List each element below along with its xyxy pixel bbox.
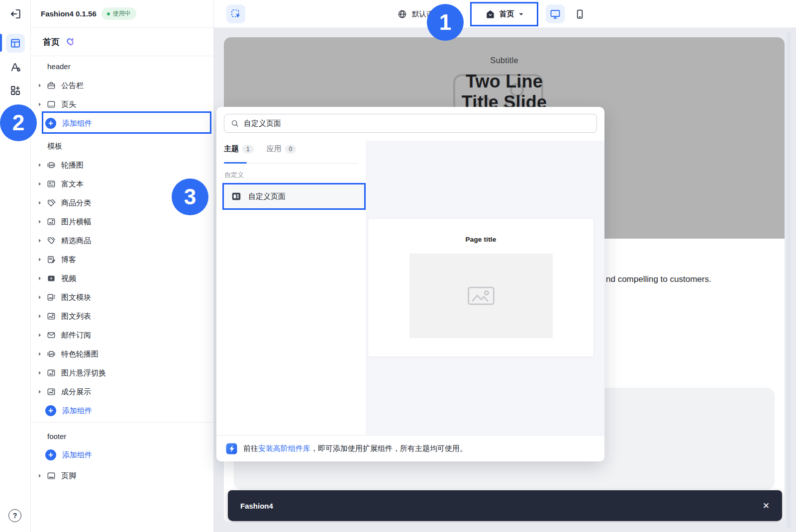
modal-footer-note: 前往安装高阶组件库，即可添加使用扩展组件，所有主题均可使用。 — [216, 435, 604, 461]
sidebar-item[interactable]: 成分展示 — [31, 382, 213, 401]
page-selector-button[interactable]: 首页 — [485, 9, 524, 19]
sidebar-item[interactable]: 邮件订阅 — [31, 326, 213, 345]
add-component-label: 添加组件 — [62, 406, 92, 416]
home-icon — [485, 9, 496, 19]
ingredients-icon — [46, 387, 56, 397]
search-icon — [230, 119, 239, 128]
chevron-right-icon[interactable] — [37, 200, 42, 205]
add-component-modal: 自定义页面 主题 1 应用 0 自定义 自定义页面 — [216, 107, 604, 461]
tab-theme-count: 1 — [242, 145, 254, 154]
divider — [31, 422, 213, 423]
monitor-icon — [549, 8, 561, 20]
custom-page-result-item[interactable]: 自定义页面 — [222, 183, 366, 210]
add-apps-icon[interactable] — [6, 81, 25, 100]
sidebar-item[interactable]: 图文模块 — [31, 288, 213, 307]
sidebar-section-label: header — [31, 56, 213, 76]
custom-page-icon — [231, 191, 242, 202]
search-value: 自定义页面 — [244, 119, 281, 128]
sidebar-item[interactable]: 页头 — [31, 95, 213, 114]
sidebar-item-label: 商品分类 — [61, 198, 91, 208]
image-list-icon — [46, 311, 56, 321]
plus-circle-icon: + — [45, 449, 56, 460]
phone-icon — [574, 8, 586, 20]
tab-apps-count: 0 — [285, 145, 297, 154]
chevron-right-icon[interactable] — [37, 276, 42, 281]
blog-icon — [46, 255, 56, 265]
step-circle-1: 1 — [427, 4, 464, 41]
chevron-right-icon[interactable] — [37, 238, 42, 243]
sidebar-item-label: 博客 — [61, 255, 76, 265]
modal-tabs: 主题 1 应用 0 — [224, 144, 296, 154]
active-tab-underline — [224, 162, 247, 164]
tab-theme[interactable]: 主题 1 — [224, 144, 254, 154]
status-badge: 使用中 — [101, 7, 136, 20]
install-library-link[interactable]: 安装高阶组件库 — [258, 444, 310, 452]
chevron-right-icon[interactable] — [37, 219, 42, 224]
sidebar-item-label: 图片横幅 — [61, 217, 91, 227]
preview-scrollbar[interactable] — [787, 32, 791, 528]
rich-text-icon — [46, 179, 56, 189]
chevron-right-icon[interactable] — [37, 181, 42, 186]
sidebar-section-label: footer — [31, 427, 213, 445]
select-tool-button[interactable] — [226, 4, 245, 23]
chevron-down-icon — [518, 12, 524, 16]
image-banner-icon — [46, 217, 56, 227]
image-placeholder-icon — [467, 285, 496, 307]
chevron-right-icon[interactable] — [37, 83, 42, 88]
sidebar-item[interactable]: 视频 — [31, 269, 213, 288]
result-item-label: 自定义页面 — [248, 192, 286, 201]
sidebar-item[interactable]: 特色轮播图 — [31, 345, 213, 363]
sidebar-item[interactable]: 图片悬浮切换 — [31, 363, 213, 382]
chevron-right-icon[interactable] — [37, 314, 42, 319]
chevron-right-icon[interactable] — [37, 352, 42, 356]
slideshow-icon — [46, 160, 56, 170]
sidebar-item-label: 图文模块 — [61, 293, 91, 302]
sidebar-item[interactable]: 公告栏 — [31, 76, 213, 95]
add-component-button[interactable]: +添加组件 — [31, 445, 213, 464]
add-component-button[interactable]: +添加组件 — [31, 114, 213, 133]
ai-sparkle-icon[interactable] — [65, 36, 76, 47]
chevron-right-icon[interactable] — [37, 370, 42, 375]
preview-image-placeholder — [409, 254, 553, 338]
chevron-right-icon[interactable] — [37, 389, 42, 394]
sidebar-item-label: 成分展示 — [61, 387, 91, 397]
sidebar-item[interactable]: 博客 — [31, 250, 213, 269]
sidebar-item[interactable]: 轮播图 — [31, 156, 213, 175]
chevron-right-icon[interactable] — [37, 473, 42, 478]
sidebar-item[interactable]: 精选商品 — [31, 231, 213, 250]
chevron-right-icon[interactable] — [37, 295, 42, 300]
exit-editor-icon[interactable] — [7, 6, 23, 22]
chevron-right-icon[interactable] — [37, 163, 42, 168]
preview-card-title: Page title — [368, 236, 594, 243]
product-category-icon — [46, 198, 56, 208]
theme-name-version: Fashion4 0.1.56 — [41, 9, 97, 18]
image-hover-icon — [46, 368, 56, 378]
desktop-view-button[interactable] — [546, 4, 565, 23]
sidebar-item-label: 公告栏 — [61, 81, 84, 90]
sidebar-item[interactable]: 图片横幅 — [31, 212, 213, 231]
sidebar-item-label: 精选商品 — [61, 236, 91, 246]
current-page-row: 首页 — [31, 28, 213, 56]
chevron-right-icon[interactable] — [37, 102, 42, 107]
chevron-right-icon[interactable] — [37, 257, 42, 262]
page-header-icon — [46, 99, 56, 109]
announcement-bar-icon — [46, 81, 56, 90]
sidebar-item-label: 页脚 — [61, 471, 76, 481]
page-title: 首页 — [43, 36, 60, 48]
image-text-icon — [46, 292, 56, 302]
mobile-view-button[interactable] — [570, 4, 589, 23]
sidebar-item[interactable]: 页脚 — [31, 466, 213, 485]
sidebar-item[interactable]: 图文列表 — [31, 307, 213, 326]
toast-theme-name: Fashion4 — [240, 502, 273, 510]
sections-panel: Fashion4 0.1.56 使用中 首页 — [31, 0, 214, 532]
chevron-right-icon[interactable] — [37, 333, 42, 338]
footer-note-text: 前往安装高阶组件库，即可添加使用扩展组件，所有主题均可使用。 — [243, 444, 467, 453]
add-component-button[interactable]: +添加组件 — [31, 401, 213, 420]
tab-apps[interactable]: 应用 0 — [267, 144, 297, 154]
close-icon[interactable]: ✕ — [763, 501, 770, 511]
help-icon[interactable]: ? — [8, 509, 21, 522]
theme-settings-icon[interactable] — [6, 58, 25, 77]
component-search-input[interactable]: 自定义页面 — [224, 114, 597, 133]
sidebar-item-label: 邮件订阅 — [61, 331, 91, 340]
sections-tab-icon[interactable] — [6, 34, 25, 53]
